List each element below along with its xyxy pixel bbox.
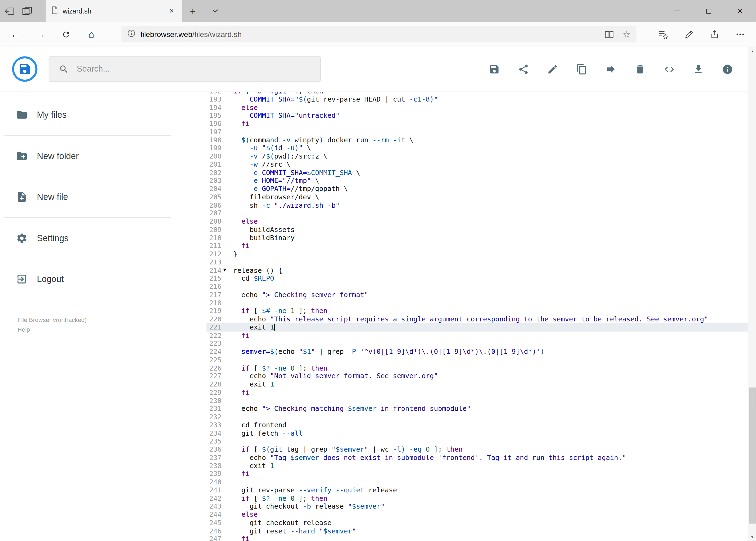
code-line[interactable]: 234 git fetch --all [206, 429, 748, 437]
filebrowser-logo[interactable] [12, 56, 38, 82]
code-line[interactable]: 203 -e HOME="//tmp" \ [206, 177, 748, 185]
close-button[interactable]: × [724, 0, 756, 22]
code-line[interactable]: 206 sh -c "./wizard.sh -b" [206, 201, 748, 209]
code-line[interactable]: 208 else [206, 218, 748, 226]
code-line[interactable]: 228 exit 1 [206, 380, 748, 388]
search-input[interactable] [77, 64, 320, 74]
set-tabs-aside-icon[interactable] [5, 7, 15, 15]
vertical-scrollbar[interactable]: ▲ ▼ [748, 47, 756, 541]
search-box[interactable] [49, 56, 321, 82]
code-line[interactable]: 201 -w //src \ [206, 161, 748, 169]
code-line[interactable]: 211 fi [206, 242, 748, 250]
code-line[interactable]: 247 fi [206, 535, 748, 541]
code-line[interactable]: 204 -e GOPATH=//tmp/gopath \ [206, 185, 748, 193]
code-line[interactable]: 236 if [ $(git tag | grep "$semver" | wc… [206, 445, 748, 453]
code-line[interactable]: 193 COMMIT_SHA="$(git rev-parse HEAD | c… [206, 95, 748, 103]
code-line[interactable]: 205 filebrowser/dev \ [206, 193, 748, 201]
code-line[interactable]: 242 if [ $? -ne 0 ]; then [206, 494, 748, 502]
address-bar[interactable]: filebrowser.web/files/wizard.sh ☆ [122, 26, 636, 42]
maximize-button[interactable] [693, 0, 724, 22]
code-line[interactable]: 192if [ -d ".git" ]; then [206, 92, 748, 95]
favorite-star-icon[interactable]: ☆ [623, 29, 630, 40]
code-line[interactable]: 219 if [ $# -ne 1 ]; then [206, 307, 748, 315]
code-line[interactable]: 235 [206, 437, 748, 445]
code-line[interactable]: 230 [206, 396, 748, 405]
code-line[interactable]: 216 [206, 282, 748, 290]
scrollbar-thumb[interactable] [749, 387, 756, 524]
more-options-button[interactable] [727, 22, 753, 47]
browser-tab[interactable]: wizard.sh × [46, 0, 182, 22]
code-line[interactable]: 223 [206, 339, 748, 347]
code-line[interactable]: 195 COMMIT_SHA="untracked" [206, 112, 748, 120]
tabs-set-aside-icon[interactable] [22, 7, 32, 15]
code-line[interactable]: 225 [206, 356, 748, 364]
code-line[interactable]: 224 semver=$(echo "$1" | grep -P '^v(0|[… [206, 347, 748, 356]
code-line[interactable]: 198 $(command -v winpty) docker run --rm… [206, 136, 748, 144]
sidebar-item-settings[interactable]: Settings [0, 218, 175, 259]
download-button[interactable] [693, 64, 704, 75]
move-button[interactable] [606, 64, 617, 75]
code-line[interactable]: 238 exit 1 [206, 462, 748, 470]
code-line[interactable]: 197 [206, 128, 748, 136]
sidebar-item-logout[interactable]: Logout [0, 259, 175, 299]
code-line[interactable]: 226 if [ $? -ne 0 ]; then [206, 364, 748, 372]
save-button[interactable] [489, 64, 500, 75]
site-info-icon[interactable] [127, 29, 136, 39]
code-line[interactable]: 239 fi [206, 470, 748, 478]
code-line[interactable]: 209 buildAssets [206, 226, 748, 234]
code-line[interactable]: 229 fi [206, 388, 748, 396]
code-editor[interactable]: 192if [ -d ".git" ]; then193 COMMIT_SHA=… [175, 92, 748, 541]
sidebar-item-my-files[interactable]: My files [0, 94, 175, 135]
forward-button[interactable]: → [28, 22, 54, 47]
code-line[interactable]: 233 cd frontend [206, 421, 748, 429]
code-line[interactable]: 213 [206, 258, 748, 266]
code-line[interactable]: 202 -e COMMIT_SHA=$COMMIT_SHA \ [206, 169, 748, 177]
tab-preview-toggle[interactable] [204, 0, 226, 22]
scroll-up-arrow[interactable]: ▲ [748, 50, 756, 53]
code-line[interactable]: 215 cd $REPO [206, 274, 748, 282]
code-line[interactable]: 227 echo "Not valid semver format. See s… [206, 372, 748, 380]
copy-button[interactable] [576, 64, 587, 75]
back-button[interactable]: ← [3, 22, 28, 47]
code-line[interactable]: 194 else [206, 104, 748, 112]
share-button[interactable] [701, 22, 727, 47]
code-line[interactable]: 221 exit 1 [206, 323, 748, 331]
code-line[interactable]: 240 [206, 478, 748, 486]
tab-close-icon[interactable]: × [167, 6, 176, 15]
new-tab-button[interactable]: + [182, 0, 204, 22]
code-line[interactable]: 246 git reset --hard "$semver" [206, 527, 748, 535]
code-line[interactable]: 244 else [206, 510, 748, 519]
refresh-button[interactable] [54, 22, 79, 47]
share-file-button[interactable] [518, 64, 529, 75]
delete-button[interactable] [634, 64, 645, 75]
raw-code-button[interactable] [664, 64, 675, 75]
code-line[interactable]: 207 [206, 209, 748, 217]
code-line[interactable]: 199 -u "$(id -u)" \ [206, 144, 748, 152]
url-text[interactable]: filebrowser.web/files/wizard.sh [140, 30, 242, 39]
code-line[interactable]: 217 echo "> Checking semver format" [206, 290, 748, 299]
reading-view-icon[interactable] [604, 31, 614, 38]
code-line[interactable]: 243 git checkout -b release "$semver" [206, 502, 748, 510]
code-line[interactable]: 231 echo "> Checking matching $semver in… [206, 405, 748, 413]
code-line[interactable]: 237 echo "Tag $semver does not exist in … [206, 453, 748, 462]
code-line[interactable]: 241 git rev-parse --verify --quiet relea… [206, 486, 748, 494]
fold-arrow-icon[interactable]: ▼ [222, 266, 228, 274]
edit-button[interactable] [547, 64, 558, 75]
home-button[interactable]: ⌂ [79, 22, 104, 47]
hub-favorites-button[interactable] [650, 22, 675, 47]
sidebar-item-new-file[interactable]: New file [0, 176, 175, 217]
minimize-button[interactable] [661, 0, 693, 22]
code-line[interactable]: 212} [206, 250, 748, 258]
code-line[interactable]: 210 buildBinary [206, 234, 748, 242]
code-line[interactable]: 245 git checkout release [206, 519, 748, 527]
sidebar-item-new-folder[interactable]: New folder [0, 136, 175, 176]
info-button[interactable] [722, 64, 733, 75]
help-link[interactable]: Help [18, 325, 175, 334]
code-line[interactable]: 200 -v /$(pwd):/src:z \ [206, 152, 748, 160]
annotate-pen-button[interactable] [676, 22, 701, 47]
code-line[interactable]: 222 fi [206, 331, 748, 339]
code-line[interactable]: 218 [206, 299, 748, 307]
code-line[interactable]: 214▼release () { [206, 266, 748, 274]
code-line[interactable]: 220 echo "This release script requires a… [206, 315, 748, 323]
scroll-down-arrow[interactable]: ▼ [748, 535, 756, 539]
